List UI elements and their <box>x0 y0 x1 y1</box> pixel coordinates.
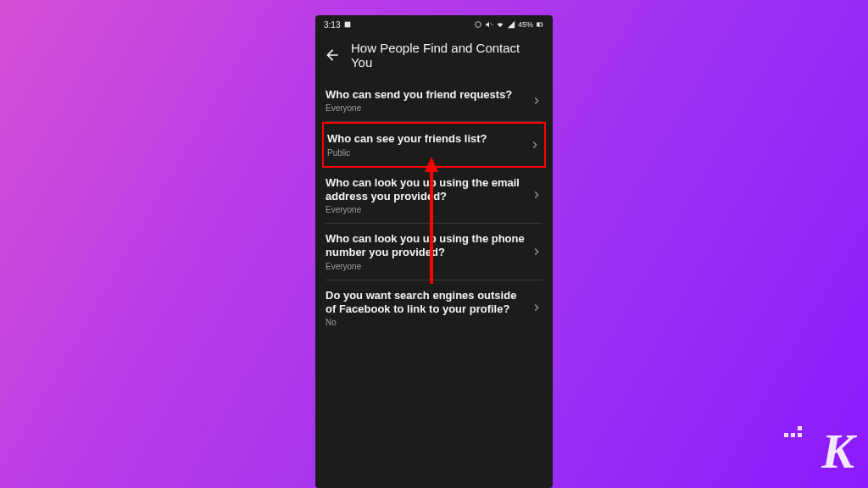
chevron-right-icon <box>531 189 542 201</box>
setting-value: Everyone <box>326 205 526 214</box>
setting-value: Public <box>327 148 524 158</box>
page-title: How People Find and Contact You <box>351 41 544 69</box>
svg-rect-0 <box>345 22 351 28</box>
setting-search-engines[interactable]: Do you want search engines outside of Fa… <box>326 280 542 336</box>
battery-icon <box>536 20 544 29</box>
setting-title: Who can send you friend requests? <box>326 88 526 102</box>
phone-frame: 3:13 45% How People Find and Contact You… <box>315 15 553 488</box>
svg-rect-4 <box>537 23 540 26</box>
setting-title: Who can see your friends list? <box>327 132 524 146</box>
setting-value: Everyone <box>326 262 526 271</box>
status-bar: 3:13 45% <box>315 15 553 34</box>
setting-friends-list[interactable]: Who can see your friends list? Public <box>322 122 546 167</box>
brand-logo: K <box>821 427 853 476</box>
chevron-right-icon <box>529 139 541 151</box>
chevron-right-icon <box>531 302 542 313</box>
setting-title: Who can look you up using the phone numb… <box>326 232 526 260</box>
settings-list: Who can send you friend requests? Everyo… <box>315 80 553 336</box>
wifi-icon <box>496 20 504 29</box>
chevron-right-icon <box>531 246 542 258</box>
alarm-icon <box>474 20 482 29</box>
setting-title: Do you want search engines outside of Fa… <box>326 289 526 317</box>
signal-icon <box>507 20 515 29</box>
setting-value: Everyone <box>326 103 526 113</box>
svg-rect-5 <box>542 24 543 25</box>
setting-title: Who can look you up using the email addr… <box>326 176 526 204</box>
mute-icon <box>485 20 493 29</box>
logo-dots-icon <box>784 426 802 437</box>
app-header: How People Find and Contact You <box>315 34 553 80</box>
back-arrow-icon[interactable] <box>324 47 341 64</box>
status-time: 3:13 <box>324 20 340 30</box>
svg-line-2 <box>491 23 493 25</box>
notification-icon <box>343 20 352 29</box>
svg-point-1 <box>476 22 481 28</box>
setting-value: No <box>326 318 526 327</box>
setting-lookup-phone[interactable]: Who can look you up using the phone numb… <box>326 224 542 280</box>
chevron-right-icon <box>531 95 542 107</box>
setting-friend-requests[interactable]: Who can send you friend requests? Everyo… <box>326 80 542 122</box>
status-battery: 45% <box>518 20 533 29</box>
setting-lookup-email[interactable]: Who can look you up using the email addr… <box>326 168 542 225</box>
